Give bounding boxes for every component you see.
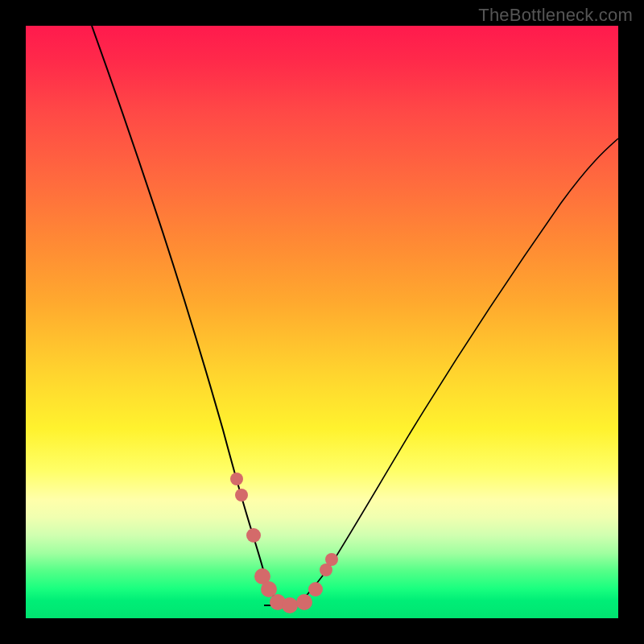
- watermark-text: TheBottleneck.com: [478, 5, 633, 26]
- dot: [296, 594, 312, 610]
- chart-svg: [26, 26, 618, 618]
- outer-frame: TheBottleneck.com: [0, 0, 644, 644]
- dot: [282, 597, 298, 613]
- valley-dots: [230, 473, 338, 613]
- plot-area: [26, 26, 618, 618]
- dot: [235, 489, 248, 502]
- dot: [246, 528, 261, 543]
- dot: [308, 582, 323, 597]
- dot: [230, 473, 243, 485]
- right-curve: [296, 138, 618, 605]
- left-curve: [92, 26, 283, 605]
- dot: [325, 553, 338, 566]
